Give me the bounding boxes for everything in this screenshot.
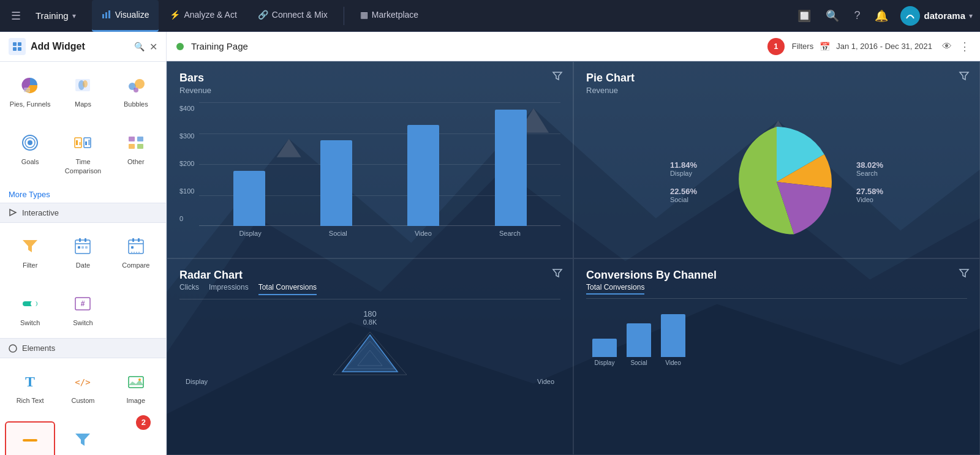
conv-tab-total[interactable]: Total Conversions bbox=[586, 283, 644, 295]
widget-switch2[interactable]: # Switch bbox=[58, 285, 108, 333]
interactive-section-header: Interactive bbox=[0, 203, 166, 223]
top-widgets-grid: Pies, Funnels Maps Bubbles bbox=[0, 62, 166, 119]
svg-rect-42 bbox=[138, 238, 140, 242]
bars-chart: Bars Revenue $400 $300 $200 $100 0 bbox=[167, 61, 573, 258]
bubbles-label: Bubbles bbox=[124, 100, 148, 108]
widget-other[interactable]: Other bbox=[111, 124, 161, 181]
svg-point-49 bbox=[9, 345, 17, 352]
widget-date[interactable]: Date bbox=[58, 228, 108, 276]
social-pct: 22.56% bbox=[670, 187, 697, 196]
sidebar-search-icon[interactable]: 🔍 bbox=[134, 42, 145, 51]
interactive-widgets-grid: Filter Date Compare bbox=[0, 223, 166, 280]
radar-center: 180 0.8K bbox=[327, 309, 413, 387]
svg-marker-64 bbox=[960, 72, 968, 80]
conv-filter-icon[interactable] bbox=[959, 268, 970, 281]
legend-display: 11.84% Display bbox=[670, 160, 697, 177]
bar-chart-area: $400 $300 $200 $100 0 bbox=[179, 102, 560, 237]
svg-rect-34 bbox=[79, 238, 81, 242]
conv-bar-social: Social bbox=[627, 323, 651, 366]
rich-text-label: Rich Text bbox=[17, 396, 44, 405]
tab-connect[interactable]: 🔗 Connect & Mix bbox=[248, 0, 337, 32]
video-pct: 27.58% bbox=[856, 187, 883, 196]
hamburger-icon[interactable]: ☰ bbox=[7, 6, 24, 26]
elements-widgets-grid: T Rich Text </> Custom Image bbox=[0, 358, 166, 416]
x-label-search: Search bbox=[499, 230, 521, 237]
eye-icon[interactable]: 👁 bbox=[942, 41, 952, 52]
bar-video bbox=[407, 125, 439, 226]
widget-apply-filter[interactable]: Apply Filter 2 bbox=[58, 421, 108, 455]
pie-filter-icon[interactable] bbox=[959, 70, 970, 84]
content-area: Training Page + 1 Filters 📅 Jan 1, 2016 … bbox=[167, 32, 980, 455]
widget-image[interactable]: Image bbox=[111, 363, 161, 411]
tab-marketplace[interactable]: ▦ Marketplace bbox=[350, 0, 428, 32]
share-icon[interactable]: 🔲 bbox=[795, 7, 813, 25]
widget-headers[interactable]: Headers bbox=[5, 421, 55, 455]
help-icon[interactable]: ? bbox=[851, 7, 862, 24]
x-labels: Display Social Video Search bbox=[199, 226, 560, 237]
tab-total-conversions[interactable]: Total Conversions bbox=[258, 283, 317, 295]
filter-label: Filter bbox=[23, 261, 37, 269]
more-icon[interactable]: ⋮ bbox=[959, 40, 970, 53]
video-name: Video bbox=[856, 196, 883, 203]
widget-time-comparison[interactable]: Time Comparison bbox=[58, 124, 108, 181]
brand: datorama ▾ bbox=[900, 6, 973, 26]
svg-point-53 bbox=[138, 378, 141, 381]
step-badge-2: 2 bbox=[136, 415, 151, 430]
widget-switch1[interactable]: Switch bbox=[5, 285, 55, 333]
tab-analyze[interactable]: ⚡ Analyze & Act bbox=[160, 0, 246, 32]
notification-icon[interactable]: 🔔 bbox=[872, 7, 891, 25]
widget-pies-funnels[interactable]: Pies, Funnels bbox=[5, 67, 55, 115]
pie-chart: Pie Chart Revenue 11.84% Display 22.56% … bbox=[573, 61, 980, 258]
bar-display-rect bbox=[233, 171, 265, 226]
svg-rect-26 bbox=[129, 137, 135, 141]
search-icon[interactable]: 🔍 bbox=[823, 7, 842, 25]
svg-rect-1 bbox=[105, 12, 107, 18]
widget-filter[interactable]: Filter bbox=[5, 228, 55, 276]
dashboard: Bars Revenue $400 $300 $200 $100 0 bbox=[167, 61, 980, 455]
svg-rect-25 bbox=[88, 140, 90, 145]
tab-visualize[interactable]: Visualize bbox=[92, 0, 159, 32]
bar-display bbox=[233, 171, 265, 226]
svg-rect-36 bbox=[78, 246, 80, 249]
filter-widget-icon bbox=[18, 234, 42, 258]
widget-custom[interactable]: </> Custom bbox=[58, 363, 108, 411]
svg-rect-38 bbox=[85, 246, 88, 249]
tab-impressions[interactable]: Impressions bbox=[209, 283, 249, 295]
x-label-social: Social bbox=[329, 230, 347, 237]
training-dropdown[interactable]: Training ▾ bbox=[29, 7, 82, 24]
pies-funnels-icon bbox=[18, 73, 42, 97]
widget-maps[interactable]: Maps bbox=[58, 67, 108, 115]
goals-icon bbox=[18, 130, 42, 155]
radar-filter-icon[interactable] bbox=[552, 268, 563, 281]
page-header: Training Page + 1 Filters 📅 Jan 1, 2016 … bbox=[167, 32, 980, 61]
compare-icon bbox=[124, 234, 148, 258]
widget-compare[interactable]: Compare bbox=[111, 228, 161, 276]
y-label-200: $200 bbox=[179, 160, 194, 167]
widget-goals[interactable]: Goals bbox=[5, 124, 55, 181]
bars-area: Display Social Video Search bbox=[199, 102, 560, 237]
custom-icon: </> bbox=[70, 369, 95, 394]
bar-search-rect bbox=[495, 110, 527, 226]
pie-legend-right: 38.02% Search 27.58% Video bbox=[856, 160, 883, 203]
elements-section-header: Elements bbox=[0, 338, 166, 358]
calendar-icon[interactable]: 📅 bbox=[820, 42, 830, 51]
display-pct: 11.84% bbox=[670, 160, 697, 170]
sidebar-close-icon[interactable]: ✕ bbox=[149, 41, 157, 53]
more-types-link[interactable]: More Types bbox=[0, 186, 166, 203]
widget-bubbles[interactable]: Bubbles bbox=[111, 67, 161, 115]
caret-icon: ▾ bbox=[72, 12, 76, 20]
time-comparison-label: Time Comparison bbox=[60, 157, 105, 175]
svg-marker-65 bbox=[553, 269, 562, 277]
mid-widgets-grid: Goals Time Comparison Other bbox=[0, 119, 166, 186]
tab-clicks[interactable]: Clicks bbox=[179, 283, 199, 295]
svg-point-15 bbox=[135, 79, 145, 89]
bars-title: Bars bbox=[179, 72, 560, 85]
svg-marker-69 bbox=[342, 335, 398, 372]
svg-rect-29 bbox=[137, 144, 143, 149]
brand-caret[interactable]: ▾ bbox=[969, 12, 973, 20]
y-label-0: 0 bbox=[179, 215, 194, 222]
bars-filter-icon[interactable] bbox=[552, 70, 563, 84]
bar-social bbox=[320, 140, 352, 226]
widget-rich-text[interactable]: T Rich Text bbox=[5, 363, 55, 411]
x-label-video: Video bbox=[415, 230, 432, 237]
